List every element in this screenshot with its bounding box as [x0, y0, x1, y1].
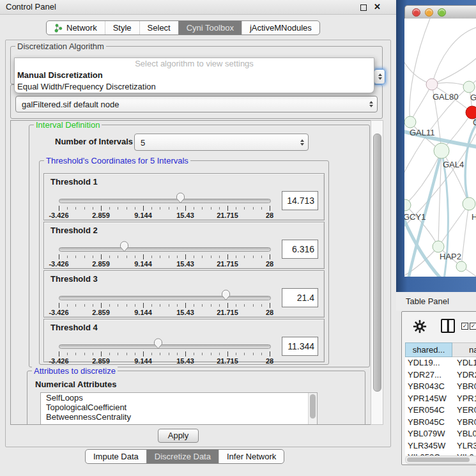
node[interactable] [463, 81, 475, 93]
tick-mark [177, 207, 178, 210]
close-traffic-light-icon[interactable] [412, 8, 420, 17]
slider-handle[interactable] [176, 192, 185, 204]
slider-track[interactable] [59, 247, 271, 252]
tab-infer-network[interactable]: Infer Network [219, 450, 284, 463]
dropdown-option-equal-width[interactable]: Equal Width/Frequency Discretization [15, 81, 374, 93]
zoom-traffic-light-icon[interactable] [438, 8, 446, 17]
tab-discretize-data[interactable]: Discretize Data [146, 450, 219, 463]
group-title: Discretization Algorithm [15, 42, 106, 51]
node-selected-red[interactable] [466, 106, 476, 119]
table-cell-name: YPR1 [452, 393, 476, 405]
float-icon[interactable] [360, 4, 367, 11]
gear-icon[interactable] [413, 319, 427, 335]
tick-label: 21.715 [217, 309, 238, 316]
tab-select[interactable]: Select [139, 21, 178, 35]
scrollbar-thumb[interactable] [407, 457, 470, 462]
table-row[interactable]: YLR345WYLR3 [405, 440, 476, 452]
tick-mark [127, 207, 127, 210]
network-window-titlebar[interactable] [404, 5, 476, 19]
top-tab-strip: NetworkStyleSelectCyni ToolboxjActiveMNo… [46, 20, 320, 35]
attributes-group: Attributes to discretize Numerical Attri… [27, 371, 365, 425]
threshold-slider[interactable]: -3.4262.8599.14415.4321.71528 [59, 342, 270, 363]
table-cell-name: YER0 [452, 404, 476, 417]
tick-mark [59, 351, 59, 357]
node-label: H [472, 212, 476, 222]
tick-mark [93, 353, 93, 355]
attribute-list-item[interactable]: SelfLoops [41, 393, 317, 403]
node[interactable] [456, 261, 466, 272]
tick-mark [151, 207, 152, 210]
settings-vertical-scrollbar[interactable] [371, 120, 383, 425]
node-gal4[interactable] [434, 143, 449, 158]
tab-jactivemnodules[interactable]: jActiveMNodules [242, 21, 319, 35]
attribute-list-item[interactable]: TopologicalCoefficient [41, 403, 317, 412]
number-of-intervals-select[interactable]: 5 [134, 134, 309, 151]
node-hap2[interactable] [433, 241, 444, 252]
stepper-icon [300, 139, 304, 146]
table-row[interactable]: YER054CYER0 [405, 404, 476, 417]
tick-mark [151, 353, 152, 355]
table-horizontal-scrollbar[interactable] [405, 456, 476, 464]
node-h[interactable] [463, 197, 475, 210]
slider-ticks [59, 205, 270, 211]
scrollbar-thumb[interactable] [373, 134, 381, 392]
slider-track[interactable] [59, 199, 271, 203]
table-row[interactable]: YDR27...YDR2 [405, 369, 476, 381]
slider-tick-labels: -3.4262.8599.14415.4321.71528 [59, 357, 270, 365]
threshold-value[interactable]: 6.316 [282, 240, 318, 259]
threshold-slider[interactable]: -3.4262.8599.14415.4321.71528 [59, 245, 270, 266]
attribute-list-item[interactable]: BetweennessCentrality [41, 412, 317, 422]
checkbox-icon[interactable]: ✓ [470, 323, 476, 330]
node-gal11[interactable] [404, 116, 416, 128]
threshold-panel: Threshold 3-3.4262.8599.14415.4321.71528… [43, 270, 325, 318]
network-icon [54, 24, 63, 33]
tick-mark [244, 353, 245, 355]
network-canvas[interactable]: GAL80 GA GAL11 C GAL4 GCY1 H HAP2 [404, 19, 476, 277]
scrollbar-thumb[interactable] [310, 394, 316, 418]
tab-style[interactable]: Style [105, 21, 139, 35]
panel-title: Control Panel [6, 2, 56, 12]
close-icon[interactable]: ✕ [374, 2, 381, 12]
algorithm-select-stepper[interactable] [374, 69, 385, 84]
slider-track[interactable] [59, 296, 271, 300]
minimize-traffic-light-icon[interactable] [425, 8, 433, 17]
split-view-icon[interactable] [441, 319, 455, 333]
table-row[interactable]: YPR145WYPR1 [405, 393, 476, 405]
apply-button[interactable]: Apply [158, 429, 199, 443]
threshold-label: Threshold 4 [50, 323, 98, 332]
column-header-name[interactable]: na [452, 342, 476, 357]
checkbox-icon[interactable]: ✓ [461, 323, 468, 330]
attribute-list[interactable]: SelfLoopsTopologicalCoefficientBetweenne… [40, 392, 318, 425]
tick-mark [202, 207, 203, 210]
tick-mark [118, 256, 118, 258]
threshold-slider[interactable]: -3.4262.8599.14415.4321.71528 [59, 294, 270, 314]
tick-mark [244, 304, 245, 307]
column-header-shared-name[interactable]: shared... [405, 342, 452, 357]
tab-label: Infer Network [227, 452, 276, 461]
table-row[interactable]: YBL079WYBL0 [405, 428, 476, 440]
attribute-list-scrollbar[interactable] [308, 393, 317, 425]
table-row[interactable]: YDL19...YDL1 [405, 357, 476, 369]
threshold-value[interactable]: 11.344 [282, 337, 318, 356]
dropdown-option-manual[interactable]: Manual Discretization [15, 70, 374, 81]
threshold-value[interactable]: 14.713 [282, 191, 318, 210]
slider-track[interactable] [59, 344, 271, 349]
tab-cyni-toolbox[interactable]: Cyni Toolbox [178, 21, 242, 35]
threshold-label: Threshold 2 [50, 226, 98, 235]
tick-mark [202, 256, 203, 258]
tick-mark [84, 304, 85, 307]
table-data-select[interactable]: galFiltered.sif default node [15, 96, 378, 112]
tab-impute-data[interactable]: Impute Data [86, 450, 146, 463]
node-gcy1[interactable] [404, 199, 411, 211]
table-row[interactable]: YBR045CYBR0 [405, 417, 476, 429]
tick-mark [219, 256, 220, 258]
slider-handle[interactable] [153, 338, 163, 349]
threshold-slider[interactable]: -3.4262.8599.14415.4321.71528 [59, 197, 270, 217]
threshold-value[interactable]: 21.4 [282, 288, 318, 307]
tick-label: 2.859 [92, 260, 110, 268]
node-gal80[interactable] [426, 79, 438, 90]
tab-network[interactable]: Network [47, 21, 105, 35]
table-row[interactable]: YBR043CYBR0 [405, 381, 476, 393]
slider-handle[interactable] [221, 289, 231, 301]
slider-handle[interactable] [119, 241, 129, 252]
